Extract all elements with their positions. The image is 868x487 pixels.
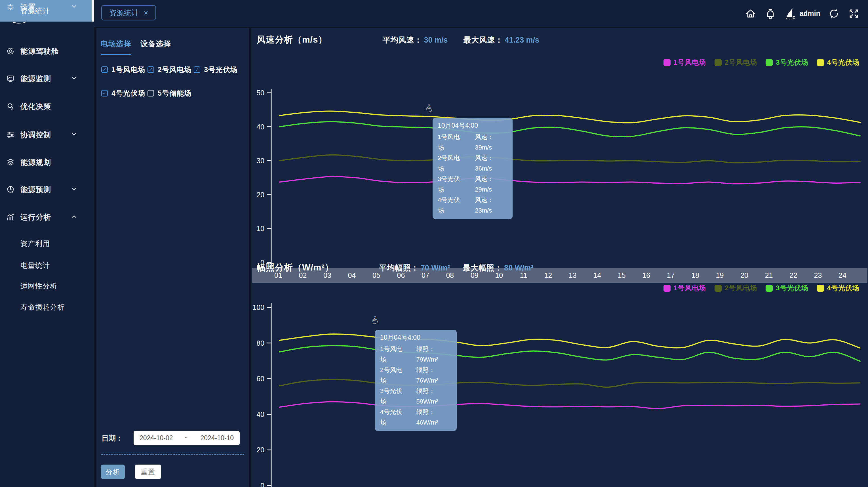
tooltip-row: 1号风电场辐照：79W/m² — [380, 344, 452, 365]
legend-swatch — [715, 285, 722, 292]
y-axis-label: 20 — [256, 446, 265, 454]
charts-panel: 风速分析（m/s） 平均风速： 30 m/s 最大风速： 41.23 m/s 1… — [251, 28, 868, 487]
legend-swatch — [817, 285, 824, 292]
chevron-down-icon — [70, 130, 78, 139]
tab-farm-selection[interactable]: 电场选择 — [101, 39, 131, 55]
tooltip-series-value: 风速：29m/s — [464, 174, 507, 195]
series-line-2号风电场 — [279, 155, 860, 163]
legend-item-3号光伏场[interactable]: 3号光伏场 — [766, 58, 808, 67]
tooltip-timestamp: 10月04号4:00 — [438, 121, 507, 130]
sidebar-subitem-energy-stats[interactable]: 电量统计 — [0, 254, 94, 276]
date-range-input[interactable]: 2024-10-02 ~ 2024-10-10 — [134, 431, 240, 445]
legend-item-4号光伏场[interactable]: 4号光伏场 — [817, 283, 860, 293]
tooltip-row: 3号光伏场辐照：59W/m² — [380, 386, 452, 407]
sidebar-item-forecast[interactable]: 能源预测 — [0, 182, 94, 197]
x-axis-label: 13 — [569, 271, 577, 279]
sidebar-item-label: 能源预测 — [21, 185, 51, 195]
filter-tabs: 电场选择 设备选择 — [101, 39, 171, 55]
farm-checkbox-3[interactable]: ✓3号光伏场 — [194, 65, 245, 74]
checkbox-unchecked-icon[interactable]: ✓ — [148, 90, 154, 96]
legend-item-3号光伏场[interactable]: 3号光伏场 — [766, 283, 808, 293]
legend-swatch — [766, 59, 773, 66]
y-axis-label: 0 — [260, 482, 265, 487]
date-start-value[interactable]: 2024-10-02 — [140, 434, 173, 442]
farm-checkbox-2[interactable]: ✓2号风电场 — [148, 65, 194, 74]
legend-item-1号风电场[interactable]: 1号风电场 — [663, 58, 706, 67]
dashboard-icon — [6, 47, 15, 56]
tooltip-row: 3号光伏场风速：29m/s — [438, 174, 507, 195]
tooltip-series-name: 3号光伏场 — [380, 386, 405, 407]
y-axis-label: 10 — [256, 224, 265, 233]
legend-label: 2号风电场 — [725, 283, 757, 293]
sidebar-subitem-grid-adaptability[interactable]: 适网性分析 — [0, 275, 94, 297]
open-tab-resource-stats[interactable]: 资源统计 × — [101, 5, 156, 21]
irradiance-chart-title: 幅照分析（W/m²） — [257, 262, 334, 274]
sidebar-item-dashboard[interactable]: 能源驾驶舱 — [0, 44, 94, 58]
sidebar-item-label: 能源监测 — [21, 74, 51, 84]
x-axis-label: 17 — [667, 271, 675, 279]
refresh-icon[interactable] — [828, 7, 840, 20]
y-axis-label: 40 — [256, 410, 265, 418]
legend-label: 1号风电场 — [674, 283, 706, 293]
wind-speed-chart[interactable]: 0102030405060708091011121314151617181920… — [251, 73, 868, 283]
tooltip-row: 4号光伏场风速：23m/s — [438, 195, 507, 216]
farm-checkbox-list: ✓1号风电场✓2号风电场✓3号光伏场✓4号光伏场✓5号储能场 — [101, 65, 245, 112]
farm-label: 1号风电场 — [112, 65, 145, 74]
legend-label: 3号光伏场 — [776, 58, 808, 67]
username[interactable]: admin — [799, 9, 820, 18]
home-icon[interactable] — [744, 7, 757, 20]
chevron-up-icon — [70, 213, 78, 221]
analyze-button[interactable]: 分析 — [101, 464, 125, 479]
max-irradiance-label: 最大幅照： — [463, 263, 502, 273]
legend-swatch — [715, 59, 722, 66]
tooltip-series-value: 辐照：46W/m² — [405, 407, 452, 428]
tooltip-series-value: 辐照：76W/m² — [405, 365, 452, 386]
checkbox-checked-icon[interactable]: ✓ — [194, 66, 200, 73]
checkbox-checked-icon[interactable]: ✓ — [148, 66, 154, 73]
legend-item-1号风电场[interactable]: 1号风电场 — [663, 283, 706, 293]
tooltip-series-value: 风速：36m/s — [464, 153, 507, 174]
sidebar-item-monitoring[interactable]: 能源监测 — [0, 71, 94, 86]
y-axis-label: 40 — [256, 123, 265, 131]
tab-device-selection[interactable]: 设备选择 — [141, 39, 171, 55]
fullscreen-icon[interactable] — [847, 7, 860, 20]
bell-icon[interactable] — [764, 7, 777, 20]
legend-label: 1号风电场 — [674, 58, 706, 67]
irradiance-chart[interactable]: 10.110.210.310.410.510.610.7020406080100 — [251, 300, 868, 487]
clock-icon — [6, 185, 15, 194]
chevron-down-icon — [70, 3, 78, 11]
irradiance-chart-header: 幅照分析（W/m²） 平均幅照： 70 W/m² 最大幅照： 80 W/m² — [257, 262, 533, 274]
sidebar-item-operation-analysis[interactable]: 运行分析 — [0, 210, 94, 224]
checkbox-checked-icon[interactable]: ✓ — [101, 66, 108, 73]
chevron-down-icon — [70, 185, 78, 194]
farm-checkbox-5[interactable]: ✓5号储能场 — [148, 89, 194, 98]
date-end-value[interactable]: 2024-10-10 — [200, 434, 234, 442]
sidebar-subitem-asset-utilization[interactable]: 资产利用 — [0, 233, 94, 254]
close-icon[interactable]: × — [144, 8, 148, 17]
series-line-4号光伏场 — [279, 111, 860, 123]
checkbox-checked-icon[interactable]: ✓ — [101, 90, 108, 96]
subitem-label: 资产利用 — [21, 239, 50, 248]
sidebar-item-label: 能源规划 — [21, 157, 51, 168]
sidebar-item-planning[interactable]: 能源规划 — [0, 155, 94, 170]
legend-item-2号风电场[interactable]: 2号风电场 — [715, 58, 757, 67]
sidebar-subitem-life-loss[interactable]: 寿命损耗分析 — [0, 296, 94, 318]
sidebar-item-optimization[interactable]: 优化决策 — [0, 99, 94, 114]
farm-label: 2号风电场 — [158, 65, 191, 74]
max-wind-value: 41.23 m/s — [505, 36, 539, 44]
avatar-logo[interactable] — [784, 7, 797, 20]
farm-checkbox-4[interactable]: ✓4号光伏场 — [101, 89, 148, 98]
farm-checkbox-1[interactable]: ✓1号风电场 — [101, 65, 148, 74]
legend-item-2号风电场[interactable]: 2号风电场 — [715, 283, 757, 293]
legend-label: 2号风电场 — [725, 58, 757, 67]
decision-icon — [6, 102, 15, 111]
tooltip-series-value: 辐照：79W/m² — [405, 344, 452, 365]
sidebar-item-settings[interactable]: 设置 — [0, 0, 94, 14]
legend-item-4号光伏场[interactable]: 4号光伏场 — [817, 58, 860, 67]
x-axis-label: 18 — [691, 271, 699, 279]
x-axis-label: 16 — [642, 271, 650, 279]
y-axis-label: 100 — [252, 303, 265, 311]
sidebar-item-coordination[interactable]: 协调控制 — [0, 128, 94, 142]
monitor-icon — [6, 74, 15, 83]
reset-button[interactable]: 重置 — [135, 464, 161, 479]
